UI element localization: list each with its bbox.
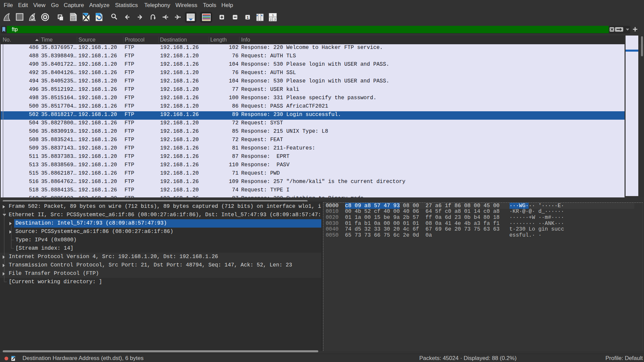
svg-text:2: 2 xyxy=(270,18,272,21)
svg-text:1: 1 xyxy=(247,15,249,19)
svg-text:0111: 0111 xyxy=(71,19,76,21)
svg-text:3: 3 xyxy=(274,18,276,21)
svg-text:1: 1 xyxy=(272,13,274,17)
